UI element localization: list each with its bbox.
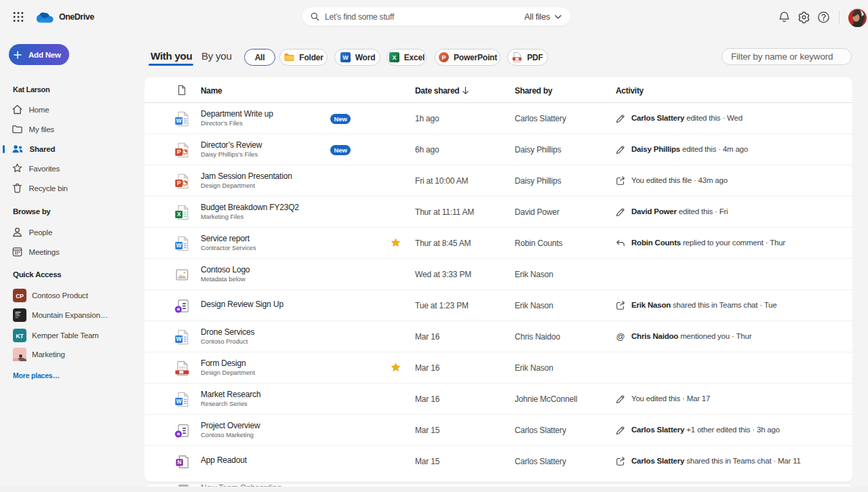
svg-text:@: @ <box>616 331 625 342</box>
svg-text:X: X <box>177 211 181 218</box>
svg-text:W: W <box>342 54 349 61</box>
svg-text:X: X <box>392 54 396 61</box>
svg-text:P: P <box>177 148 181 155</box>
svg-text:KT: KT <box>16 332 24 339</box>
svg-text:N: N <box>178 459 182 466</box>
svg-text:W: W <box>176 242 182 249</box>
svg-text:W: W <box>176 398 182 405</box>
svg-text:P: P <box>177 180 181 186</box>
svg-text:P: P <box>442 54 446 61</box>
svg-text:W: W <box>176 335 182 342</box>
svg-text:CP: CP <box>16 292 24 299</box>
svg-text:W: W <box>176 117 182 124</box>
